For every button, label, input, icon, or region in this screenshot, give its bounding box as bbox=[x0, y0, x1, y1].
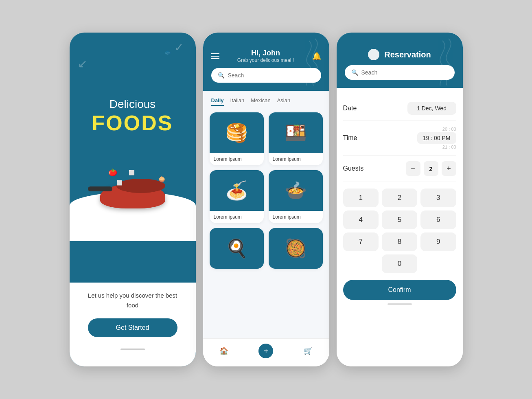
pan-body bbox=[100, 184, 165, 208]
menu-greeting-block: Hi, John Grab your delicious meal ! bbox=[237, 49, 294, 63]
menu-subtitle-text: Grab your delicious meal ! bbox=[237, 57, 294, 63]
guests-increment-button[interactable]: + bbox=[442, 161, 456, 176]
numpad-7[interactable]: 7 bbox=[343, 232, 379, 251]
res-circle-icon bbox=[368, 49, 379, 60]
food-card-img-1: 🥞 bbox=[210, 112, 264, 153]
menu-body: Daily Italian Mexican Asian 🥞 Lorem ipsu… bbox=[203, 91, 329, 338]
time-picker[interactable]: 20 : 00 19 : 00 PM 21 : 00 bbox=[417, 127, 456, 149]
splash-title-foods: FOODS bbox=[92, 111, 173, 135]
time-current: 19 : 00 PM bbox=[417, 132, 456, 144]
food-card-4[interactable]: 🍲 Lorem ipsum bbox=[269, 170, 323, 223]
numpad-5[interactable]: 5 bbox=[382, 210, 417, 229]
numpad-3[interactable]: 3 bbox=[420, 189, 456, 207]
numpad-8[interactable]: 8 bbox=[382, 232, 417, 251]
doodle-fish: 🐟 bbox=[164, 49, 171, 55]
res-title-text: Reservation bbox=[384, 50, 431, 59]
screen-menu: Hi, John Grab your delicious meal ! 🔔 🔍 … bbox=[203, 33, 329, 366]
guests-decrement-button[interactable]: − bbox=[406, 161, 420, 176]
float-onion: 🧅 bbox=[158, 176, 165, 182]
search-icon: 🔍 bbox=[218, 72, 225, 79]
food-card-label-3: Lorem ipsum bbox=[210, 211, 264, 223]
res-header: Reservation 🔍 bbox=[337, 33, 463, 88]
numpad: 1 2 3 4 5 6 7 8 9 0 bbox=[343, 189, 456, 273]
food-card-img-5: 🍳 bbox=[210, 228, 264, 269]
date-value[interactable]: 1 Dec, Wed bbox=[407, 102, 456, 115]
res-search-icon: 🔍 bbox=[351, 69, 358, 76]
food-card-5[interactable]: 🍳 bbox=[210, 228, 264, 269]
nav-cart-icon[interactable]: 🛒 bbox=[301, 344, 315, 358]
float-cube2: ⬜ bbox=[116, 180, 123, 186]
res-home-indicator bbox=[388, 303, 412, 305]
time-label: Time bbox=[343, 134, 357, 142]
screen-reservation: Reservation 🔍 Date 1 Dec, Wed Time 20 : … bbox=[337, 33, 463, 366]
screen-splash: ✓ ↙ 🐟 Delicious FOODS 🍅 🧅 ⬜ ⬜ bbox=[70, 33, 196, 366]
time-row: Time 20 : 00 19 : 00 PM 21 : 00 bbox=[343, 121, 456, 156]
numpad-0[interactable]: 0 bbox=[382, 254, 417, 273]
hamburger-line bbox=[211, 56, 219, 57]
food-emoji-2: 🍱 bbox=[285, 122, 307, 143]
food-card-img-6: 🥘 bbox=[269, 228, 323, 269]
res-doodle-svg bbox=[426, 37, 459, 86]
food-emoji-5: 🍳 bbox=[225, 238, 248, 259]
menu-header: Hi, John Grab your delicious meal ! 🔔 🔍 bbox=[203, 33, 329, 91]
time-above: 20 : 00 bbox=[442, 127, 456, 132]
res-body: Date 1 Dec, Wed Time 20 : 00 19 : 00 PM … bbox=[337, 88, 463, 366]
guests-row: Guests − 2 + bbox=[343, 156, 456, 182]
numpad-9[interactable]: 9 bbox=[420, 232, 456, 251]
tab-italian[interactable]: Italian bbox=[230, 97, 245, 106]
food-card-2[interactable]: 🍱 Lorem ipsum bbox=[269, 112, 323, 165]
float-tomato: 🍅 bbox=[108, 168, 117, 177]
hamburger-icon[interactable] bbox=[211, 53, 219, 59]
food-emoji-1: 🥞 bbox=[225, 122, 248, 143]
hamburger-line bbox=[211, 58, 219, 59]
tab-daily[interactable]: Daily bbox=[211, 97, 224, 106]
menu-hi-text: Hi, John bbox=[237, 49, 294, 57]
guests-control: − 2 + bbox=[406, 161, 456, 176]
food-card-3[interactable]: 🍝 Lorem ipsum bbox=[210, 170, 264, 223]
date-row: Date 1 Dec, Wed bbox=[343, 96, 456, 121]
home-indicator bbox=[120, 349, 145, 350]
doodle-leaf: ↙ bbox=[78, 57, 87, 70]
numpad-2[interactable]: 2 bbox=[382, 189, 417, 207]
hamburger-line bbox=[211, 53, 219, 54]
tab-asian[interactable]: Asian bbox=[277, 97, 291, 106]
pan-illustration: 🍅 🧅 ⬜ ⬜ bbox=[92, 168, 173, 217]
doodle-bird: ✓ bbox=[174, 41, 184, 54]
numpad-1[interactable]: 1 bbox=[343, 189, 379, 207]
splash-bottom: Let us help you discover the best food G… bbox=[70, 283, 196, 366]
food-emoji-6: 🥘 bbox=[285, 238, 307, 259]
date-label: Date bbox=[343, 105, 357, 112]
food-card-label-2: Lorem ipsum bbox=[269, 153, 323, 165]
splash-tagline: Let us help you discover the best food bbox=[82, 291, 184, 310]
pan-handle bbox=[88, 186, 112, 191]
get-started-button[interactable]: Get Started bbox=[88, 318, 177, 337]
food-emoji-4: 🍲 bbox=[285, 180, 307, 201]
numpad-4[interactable]: 4 bbox=[343, 210, 379, 229]
guests-count: 2 bbox=[424, 161, 438, 176]
category-tabs: Daily Italian Mexican Asian bbox=[210, 97, 323, 106]
food-card-img-4: 🍲 bbox=[269, 170, 323, 211]
food-card-1[interactable]: 🥞 Lorem ipsum bbox=[210, 112, 264, 165]
food-grid: 🥞 Lorem ipsum 🍱 Lorem ipsum 🍝 Lorem ipsu… bbox=[210, 112, 323, 269]
float-cube: ⬜ bbox=[129, 170, 135, 175]
guests-label: Guests bbox=[343, 165, 364, 172]
numpad-6[interactable]: 6 bbox=[420, 210, 456, 229]
food-card-6[interactable]: 🥘 bbox=[269, 228, 323, 269]
bottom-nav: 🏠 + 🛒 bbox=[203, 338, 329, 366]
pan-inside bbox=[116, 179, 165, 193]
confirm-button[interactable]: Confirm bbox=[343, 280, 456, 300]
splash-title-delicious: Delicious bbox=[109, 98, 156, 111]
splash-illustration: 🍅 🧅 ⬜ ⬜ bbox=[70, 135, 196, 241]
time-below: 21 : 00 bbox=[442, 145, 456, 149]
nav-add-icon[interactable]: + bbox=[258, 344, 273, 358]
food-emoji-3: 🍝 bbox=[225, 180, 248, 201]
tab-mexican[interactable]: Mexican bbox=[251, 97, 270, 106]
food-card-img-2: 🍱 bbox=[269, 112, 323, 153]
header-doodle-svg bbox=[293, 37, 325, 86]
food-card-img-3: 🍝 bbox=[210, 170, 264, 211]
food-card-label-1: Lorem ipsum bbox=[210, 153, 264, 165]
nav-home-icon[interactable]: 🏠 bbox=[217, 344, 231, 358]
food-card-label-4: Lorem ipsum bbox=[269, 211, 323, 223]
